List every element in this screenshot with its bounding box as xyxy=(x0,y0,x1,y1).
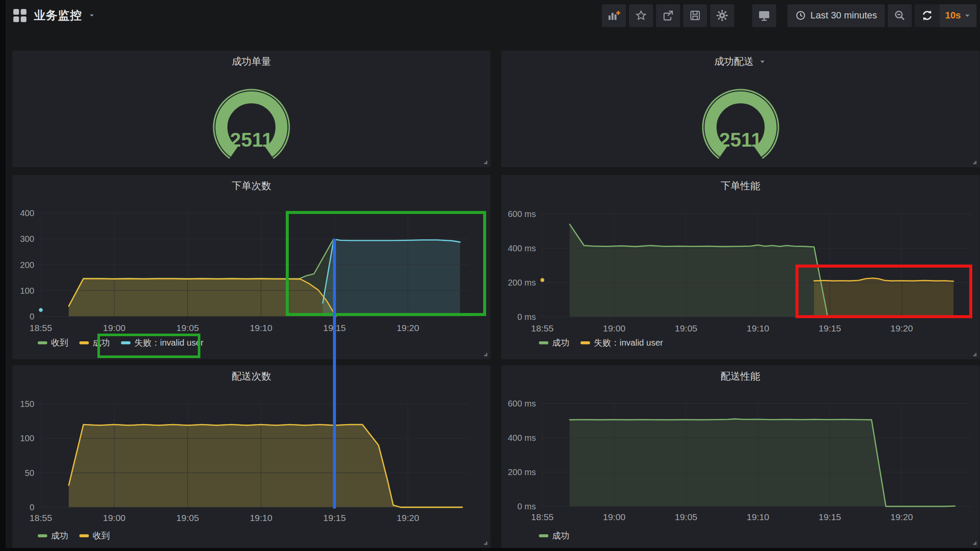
y-tick-label: 600 ms xyxy=(508,209,536,219)
share-button[interactable] xyxy=(656,4,680,27)
x-tick-label: 19:00 xyxy=(103,513,126,523)
y-tick-label: 200 ms xyxy=(508,467,536,477)
panel-title-success-orders[interactable]: 成功单量 xyxy=(232,55,271,68)
legend-label: 成功 xyxy=(93,337,110,349)
zoom-out-icon xyxy=(893,9,906,22)
x-tick-label: 19:05 xyxy=(675,323,698,333)
tv-mode-button[interactable] xyxy=(752,4,776,27)
panel-resize-handle[interactable] xyxy=(482,540,489,546)
tv-icon xyxy=(758,9,771,22)
panel-resize-handle[interactable] xyxy=(971,540,978,546)
x-tick-label: 19:05 xyxy=(176,513,199,523)
legend-item-成功[interactable]: 成功 xyxy=(539,337,569,349)
chart-canvas[interactable]: 0 ms200 ms400 ms600 ms18:5519:0019:0519:… xyxy=(501,175,980,359)
legend-delivery-perf: 成功 xyxy=(539,530,569,542)
gear-icon xyxy=(716,9,729,22)
chart-delivery-count[interactable]: 05010015018:5519:0019:0519:1019:1519:20 xyxy=(12,365,490,548)
refresh-button[interactable] xyxy=(915,4,940,27)
resize-corner-icon xyxy=(482,159,489,166)
legend-swatch xyxy=(79,534,89,537)
x-tick-label: 19:10 xyxy=(747,323,769,333)
panel-title-delivery-perf[interactable]: 配送性能 xyxy=(721,370,760,383)
panel-title-delivery-count[interactable]: 配送次数 xyxy=(232,370,271,383)
chart-canvas[interactable]: 0 ms200 ms400 ms600 ms18:5519:0019:0519:… xyxy=(501,365,980,548)
x-tick-label: 19:15 xyxy=(819,323,841,333)
legend-item-收到[interactable]: 收到 xyxy=(38,337,68,349)
legend-label: 成功 xyxy=(552,530,569,542)
legend-swatch xyxy=(79,341,89,344)
x-tick-label: 18:55 xyxy=(531,512,554,522)
chart-delivery-perf[interactable]: 0 ms200 ms400 ms600 ms18:5519:0019:0519:… xyxy=(501,365,980,548)
gauge-success-delivery: 2511 xyxy=(501,86,980,172)
x-tick-label: 19:15 xyxy=(323,513,346,523)
add-panel-button[interactable] xyxy=(602,4,626,27)
refresh-interval-label: 10s xyxy=(945,10,961,21)
panel-menu-caret-icon[interactable] xyxy=(758,57,767,66)
panel-title-success-delivery[interactable]: 成功配送 xyxy=(714,55,754,68)
resize-corner-icon xyxy=(971,540,978,546)
star-button[interactable] xyxy=(629,4,653,27)
legend-item-成功[interactable]: 成功 xyxy=(38,530,68,542)
x-tick-label: 18:55 xyxy=(30,513,52,523)
x-tick-label: 19:10 xyxy=(250,513,272,523)
x-tick-label: 19:20 xyxy=(890,512,913,522)
title-caret-down-icon[interactable] xyxy=(88,12,96,19)
dashboard-grid-icon[interactable] xyxy=(12,8,28,24)
y-tick-label: 400 ms xyxy=(508,244,536,253)
legend-label: 收到 xyxy=(51,337,68,349)
y-tick-label: 100 xyxy=(20,434,34,443)
legend-item-失败：invalid user[interactable]: 失败：invalid user xyxy=(121,337,203,349)
panel-resize-handle[interactable] xyxy=(482,159,489,166)
x-tick-label: 19:00 xyxy=(603,323,626,333)
gauge-success-orders: 2511 xyxy=(12,86,490,172)
interval-caret-down-icon xyxy=(964,12,971,19)
y-tick-label: 200 ms xyxy=(508,278,536,287)
series-point-marker xyxy=(39,308,43,312)
gauge-value: 2511 xyxy=(719,129,762,151)
series-area-失败：invalid user xyxy=(323,239,460,316)
zoom-out-button[interactable] xyxy=(888,4,912,27)
y-tick-label: 0 ms xyxy=(517,502,536,511)
series-area-成功 xyxy=(570,419,955,506)
y-tick-label: 400 xyxy=(20,208,34,218)
chart-canvas[interactable]: 05010015018:5519:0019:0519:1019:1519:20 xyxy=(12,365,490,548)
time-range-button[interactable]: Last 30 minutes xyxy=(787,4,885,27)
series-area-收到 xyxy=(69,425,462,507)
legend-label: 失败：invalid user xyxy=(134,337,203,349)
x-tick-label: 19:20 xyxy=(396,323,419,333)
panel-resize-handle[interactable] xyxy=(971,351,978,358)
chart-canvas[interactable]: 010020030040018:5519:0019:0519:1019:1519… xyxy=(12,175,490,359)
save-button[interactable] xyxy=(683,4,707,27)
y-tick-label: 100 xyxy=(20,286,34,295)
resize-corner-icon xyxy=(482,540,489,546)
panel-title-order-count[interactable]: 下单次数 xyxy=(232,179,271,193)
panel-resize-handle[interactable] xyxy=(971,159,978,166)
chart-order-perf[interactable]: 0 ms200 ms400 ms600 ms18:5519:0019:0519:… xyxy=(501,175,980,359)
settings-button[interactable] xyxy=(710,4,734,27)
navbar-left: 业务监控 xyxy=(6,8,96,24)
refresh-icon xyxy=(921,9,934,22)
legend-order-perf: 成功失败：invalid user xyxy=(539,337,663,349)
navbar: 业务监控 xyxy=(6,0,980,31)
legend-swatch xyxy=(539,341,548,344)
legend-label: 失败：invalid user xyxy=(594,337,663,349)
gauge-canvas: 2511 xyxy=(191,86,312,172)
panel-order-perf: 下单性能 0 ms200 ms400 ms600 ms18:5519:0019:… xyxy=(501,175,980,359)
legend-item-失败：invalid user[interactable]: 失败：invalid user xyxy=(581,337,663,349)
panel-resize-handle[interactable] xyxy=(482,351,489,358)
chart-order-count[interactable]: 010020030040018:5519:0019:0519:1019:1519… xyxy=(12,175,490,359)
legend-item-成功[interactable]: 成功 xyxy=(79,337,110,349)
x-tick-label: 19:10 xyxy=(747,512,769,522)
share-icon xyxy=(662,9,674,21)
dashboard-title[interactable]: 业务监控 xyxy=(34,8,82,23)
legend-item-收到[interactable]: 收到 xyxy=(79,530,110,542)
legend-item-成功[interactable]: 成功 xyxy=(539,530,569,542)
star-icon xyxy=(635,9,647,21)
refresh-interval-dropdown[interactable]: 10s xyxy=(940,4,977,27)
x-tick-label: 18:55 xyxy=(30,323,52,333)
panel-title-order-perf[interactable]: 下单性能 xyxy=(721,179,760,193)
window-edge-bottom xyxy=(0,548,980,551)
legend-swatch xyxy=(539,534,548,537)
add-panel-icon xyxy=(608,9,620,21)
series-area-成功 xyxy=(69,279,336,316)
